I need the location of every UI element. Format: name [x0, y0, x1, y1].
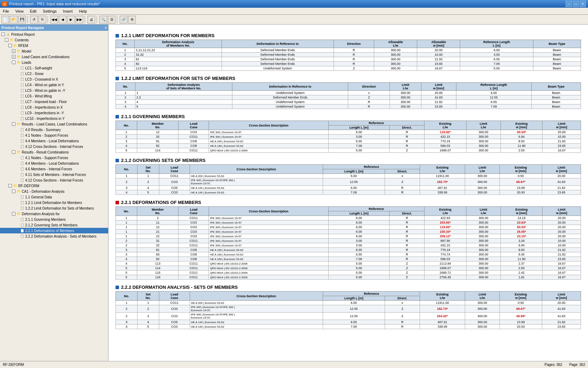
tree-item-lc7[interactable]: 📋 LC7 - Imposed load - Floor: [0, 99, 108, 104]
save-button[interactable]: 💾: [18, 16, 26, 23]
tree-item-def-analysis[interactable]: - 📁 Deformation Analysis for: [0, 211, 108, 217]
nav-back-button[interactable]: ◀: [59, 16, 66, 23]
tree-item-40[interactable]: 📋 4.0 Results - Summary: [0, 127, 108, 132]
menu-settings[interactable]: Settings: [41, 8, 58, 14]
table-cell: R: [390, 135, 425, 139]
table-cell: 2: [116, 239, 137, 243]
tree-item-rc-46[interactable]: 📋 4.6 Members - Internal Forces: [0, 166, 108, 172]
tree-item-rfdeform[interactable]: - 📁 RF-DEFORM: [0, 183, 108, 189]
tree-item-221[interactable]: 📋 2.2.1 Deformations of Members: [0, 228, 108, 233]
table-cell: 16.67: [542, 148, 581, 153]
tree-item-lc5[interactable]: 📋 LC5 - Wind on gable in -Y: [0, 88, 108, 93]
open-button[interactable]: 📂: [10, 16, 18, 23]
tree-item-rc-412[interactable]: 📋 4.12 Cross-Sections - Internal Forces: [0, 177, 108, 183]
table-cell: 5.00: [328, 275, 390, 280]
table-cell: Beam: [532, 100, 581, 104]
menu-view[interactable]: View: [14, 8, 25, 14]
tree-item-printout-report[interactable]: - 🖨 Printout Report: [0, 32, 108, 37]
expand-rfem[interactable]: -: [8, 44, 12, 47]
tree-item-rc-411[interactable]: 📋 4.11 Sets of Members - Internal Forces: [0, 172, 108, 177]
menu-file[interactable]: File: [1, 8, 10, 14]
table-cell: 422.93: [424, 216, 466, 220]
table-cell: 1: [116, 174, 138, 178]
panel-close-button[interactable]: ×: [105, 26, 107, 30]
tree-item-44m[interactable]: 📋 4.4 Members - Local Deformations: [0, 138, 108, 144]
nav-next-button[interactable]: ▶▶: [76, 16, 83, 23]
tree-item-ca1[interactable]: - 📁 CA1 - Deformation Analysis: [0, 189, 108, 194]
tree-item-222[interactable]: 📋 2.2.2 Deformation Analysis - Sets of M…: [0, 233, 108, 239]
tree-item-41n[interactable]: 📋 4.1 Nodes - Support Forces: [0, 132, 108, 138]
col-set: SetNo.: [137, 165, 159, 174]
table-cell: 7.09: [456, 104, 531, 109]
table-cell: 20.93: [500, 325, 542, 329]
tree-item-lc2[interactable]: 📋 LC2 - Snow: [0, 71, 108, 76]
expand-printout[interactable]: -: [1, 33, 5, 36]
expand-results-rc[interactable]: -: [12, 150, 15, 154]
search-button[interactable]: 🔍: [99, 16, 107, 23]
table-cell: 20.00: [542, 225, 581, 230]
expand-def-analysis[interactable]: -: [12, 212, 15, 216]
table-cell: CO11: [178, 148, 209, 153]
expand-ca1[interactable]: -: [12, 190, 15, 193]
table-cell: 6.94: [500, 243, 542, 248]
tree-item-lc1[interactable]: 📋 LC1 - Self-weight: [0, 65, 108, 71]
nav-fwd-button[interactable]: ▶: [67, 16, 75, 23]
tree-item-lc-combinations[interactable]: + 📁 Load Cases and Combinations: [0, 54, 108, 60]
menu-edit[interactable]: Edit: [28, 8, 38, 14]
menu-help[interactable]: Help: [78, 8, 89, 14]
table-cell: 300.00: [374, 48, 417, 53]
tree-item-211[interactable]: 📋 2.1.1 Governing Members: [0, 217, 108, 222]
table-cell: 4: [116, 62, 135, 66]
table-row: 231CO11IPE 300 | Euronom 19-573.00R897.9…: [116, 239, 581, 243]
tree-item-121[interactable]: 📋 1.2.1 Limit Deformation for Members: [0, 200, 108, 205]
close-button[interactable]: ✕: [580, 1, 586, 7]
tree-item-loads[interactable]: - 📁 Loads: [0, 60, 108, 65]
tree-item-122[interactable]: 📋 1.2.2 Limit Deformation for Sets of Me…: [0, 205, 108, 211]
expand-rfdeform[interactable]: -: [8, 184, 12, 188]
tree-item-412cs[interactable]: 📋 4.12 Cross-Sections - Internal Forces: [0, 144, 108, 149]
tree-item-lc4[interactable]: 📋 LC4 - Wind on gable in Y: [0, 82, 108, 88]
menu-insert[interactable]: Insert: [62, 8, 74, 14]
tree-item-lc9[interactable]: 📋 LC9 - Imperfections in -Y: [0, 110, 108, 116]
table-row: 12CO11IPE 300 | Euronom 19-576.00R422.93…: [116, 216, 581, 220]
table-cell: 50.03*: [500, 225, 542, 230]
expand-model[interactable]: +: [12, 49, 15, 53]
nav-prev-button[interactable]: ◀◀: [50, 16, 58, 23]
table-cell: 300.00: [466, 135, 500, 139]
minimize-button[interactable]: ─: [566, 1, 572, 7]
table-cell: 20.00: [542, 301, 581, 305]
expand-loads[interactable]: -: [12, 61, 15, 64]
tree-item-11[interactable]: 📋 1.1 General Data: [0, 194, 108, 200]
new-button[interactable]: 📄: [1, 16, 9, 23]
table-cell: 1: [137, 174, 159, 178]
tree-label: Loads: [22, 61, 31, 64]
tree-item-rc-44[interactable]: 📋 4.4 Members - Local Deformations: [0, 161, 108, 166]
tree-item-lc8[interactable]: 📋 LC8 - Imperfections in X: [0, 104, 108, 110]
filter-button[interactable]: ☰: [108, 16, 115, 23]
tree-item-lc3[interactable]: 📋 LC3 - Crosswind in X: [0, 76, 108, 82]
config-button[interactable]: ⚙: [128, 16, 136, 23]
tree-item-contents[interactable]: - 📁 Contents: [0, 37, 108, 43]
expand-lc[interactable]: +: [12, 55, 15, 59]
redo-button[interactable]: ↻: [38, 16, 46, 23]
undo-button[interactable]: ↺: [30, 16, 38, 23]
table-cell: R: [390, 230, 425, 234]
tree-item-lc10[interactable]: 📋 LC10 - Imperfections in Y: [0, 116, 108, 121]
maximize-button[interactable]: □: [573, 1, 579, 7]
tree-item-rc-41[interactable]: 📋 4.1 Nodes - Support Forces: [0, 155, 108, 161]
expand-contents[interactable]: -: [5, 38, 8, 42]
print-button[interactable]: 🖨: [88, 16, 95, 23]
expand-results-lc[interactable]: -: [12, 122, 15, 126]
tree-item-212[interactable]: 📋 2.1.2 Governing Sets of Members: [0, 222, 108, 228]
tree-item-model[interactable]: + 📁 Model: [0, 48, 108, 54]
table-cell: 23.65: [542, 325, 581, 329]
link-button[interactable]: 🔗: [120, 16, 127, 23]
table-cell: 1996.07: [424, 148, 466, 153]
tree-item-rfem[interactable]: - 📁 RFEM: [0, 43, 108, 48]
table-cell: CO11: [178, 275, 209, 280]
table-cell: IPE 300 | Euronom 19-57: [209, 216, 329, 220]
table-cell: 119.92*: [424, 225, 466, 230]
tree-item-results-lc[interactable]: - 📁 Results - Load Cases, Load Combinati…: [0, 121, 108, 127]
tree-item-results-rc[interactable]: - 📁 Results - Result Combinations: [0, 149, 108, 155]
tree-item-lc6[interactable]: 📋 LC6 - Wind lifting: [0, 93, 108, 99]
